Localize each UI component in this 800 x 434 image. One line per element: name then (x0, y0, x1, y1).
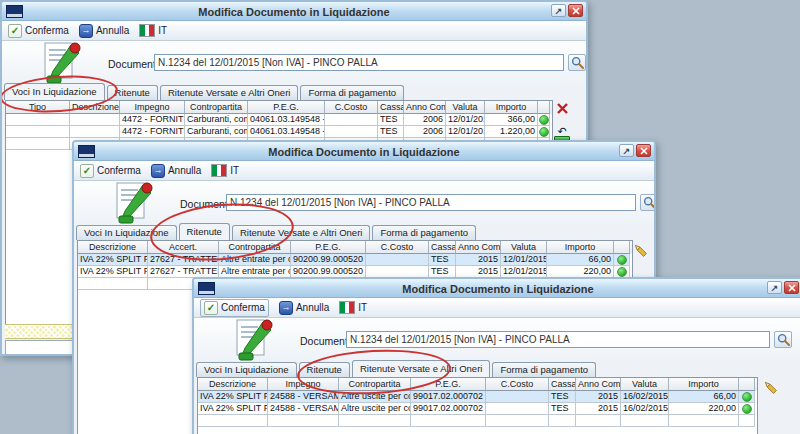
column-header: Descrizione (198, 378, 268, 391)
close-button[interactable] (784, 281, 799, 294)
conferma-button[interactable]: ✓Conferma (200, 299, 269, 317)
column-header: Cassa (429, 241, 456, 254)
delete-row-icon[interactable] (556, 101, 569, 119)
document-lookup-button[interactable] (774, 331, 792, 348)
table-cell: TES (549, 391, 576, 403)
column-header (538, 101, 550, 114)
table-cell (486, 391, 549, 403)
restore-button[interactable]: ↗ (767, 281, 782, 294)
annulla-button[interactable]: →Annulla (79, 24, 129, 38)
column-header: Importo (669, 378, 739, 391)
table-cell (6, 114, 70, 126)
column-header: Contropartita (219, 241, 291, 254)
conferma-button[interactable]: ✓Conferma (8, 24, 69, 38)
window-title: Modifica Documento in Liquidazione (268, 146, 459, 158)
restore-button[interactable]: ↗ (619, 144, 634, 157)
tab-voci-in-liquidazione[interactable]: Voci In Liquidazione (76, 225, 177, 240)
tab-forma-di-pagamento[interactable]: Forma di pagamento (300, 85, 404, 100)
status-ok-icon (617, 267, 627, 277)
restore-button[interactable]: ↗ (551, 4, 566, 17)
title-bar[interactable]: Modifica Documento in Liquidazione ↗ (2, 2, 586, 21)
table-cell (538, 126, 550, 138)
app-icon (78, 145, 95, 158)
table-cell: 16/02/2015 (621, 391, 669, 403)
close-button[interactable] (636, 144, 651, 157)
magnifier-icon (777, 333, 790, 346)
close-button[interactable] (568, 4, 583, 17)
document-field[interactable] (346, 331, 770, 348)
table-row[interactable]: IVA 22% SPLIT PAYM27627 - TRATTENUTAAltr… (78, 254, 632, 266)
document-lookup-button[interactable] (640, 194, 656, 211)
table-cell (325, 126, 378, 138)
toolbar: ✓Conferma →Annulla IT (194, 298, 800, 318)
column-header: Valuta (621, 378, 669, 391)
table-cell: TES (378, 114, 404, 126)
desktop: { "window_title": "Modifica Documento in… (0, 0, 800, 434)
tab-forma-di-pagamento[interactable]: Forma di pagamento (372, 225, 476, 240)
tab-forma-di-pagamento[interactable]: Forma di pagamento (492, 362, 596, 377)
column-header: C.Costo (366, 241, 429, 254)
column-header: C.Costo (486, 378, 549, 391)
table-cell (70, 126, 120, 138)
tab-voci-in-liquidazione[interactable]: Voci In Liquidazione (4, 83, 105, 100)
tab-ritenute[interactable]: Ritenute (299, 362, 350, 377)
status-ok-icon (617, 255, 627, 265)
table-row[interactable]: 4472 - FORNITURACarburanti, combus04061.… (6, 126, 552, 138)
table-row[interactable]: IVA 22% SPLIT PAYM24588 - VERSAMENTOAltr… (198, 391, 757, 403)
tab-ritenute-versate-e-altri-oneri[interactable]: Ritenute Versate e Altri Oneri (352, 360, 491, 377)
table-cell: Altre uscite per conto (339, 391, 411, 403)
annulla-button[interactable]: →Annulla (151, 164, 201, 178)
table-row[interactable] (198, 415, 757, 427)
column-header: Descrizione (70, 101, 120, 114)
tab-strip: Voci In LiquidazioneRitenuteRitenute Ver… (196, 361, 598, 377)
column-header: Contropartita (185, 101, 248, 114)
tab-ritenute-versate-e-altri-oneri[interactable]: Ritenute Versate e Altri Oneri (160, 85, 299, 100)
column-header: Cassa (378, 101, 404, 114)
table-cell: IVA 22% SPLIT PAYM (198, 391, 268, 403)
tab-ritenute-versate-e-altri-oneri[interactable]: Ritenute Versate e Altri Oneri (232, 225, 371, 240)
document-lookup-button[interactable] (568, 54, 586, 71)
table-cell: TES (549, 403, 576, 415)
language-selector[interactable]: IT (139, 24, 167, 37)
title-bar[interactable]: Modifica Documento in Liquidazione ↗ (74, 142, 654, 161)
conferma-button[interactable]: ✓Conferma (80, 164, 141, 178)
column-header: P.E.G. (248, 101, 325, 114)
language-selector[interactable]: IT (211, 164, 239, 177)
italy-flag-icon (339, 301, 355, 314)
annulla-button[interactable]: →Annulla (279, 301, 329, 315)
table-cell: 2006 (404, 114, 446, 126)
table-cell: 220,00 (669, 403, 739, 415)
tab-ritenute[interactable]: Ritenute (179, 223, 230, 240)
table-header-row: DescrizioneAccert.ContropartitaP.E.G.C.C… (78, 241, 632, 254)
app-icon (6, 5, 23, 18)
table-row[interactable]: 4472 - FORNITURACarburanti, combus04061.… (6, 114, 552, 126)
cancel-arrow-icon: → (151, 164, 165, 178)
table-row[interactable]: IVA 22% SPLIT PAYM24588 - VERSAMENTOAltr… (198, 403, 757, 415)
conferma-label: Conferma (221, 302, 265, 313)
title-bar[interactable]: Modifica Documento in Liquidazione ↗ (194, 279, 800, 298)
column-header: Anno Comp. (404, 101, 446, 114)
window-ritenute-versate: Modifica Documento in Liquidazione ↗ ✓Co… (192, 277, 800, 434)
italy-flag-icon (139, 24, 155, 37)
document-panel: Documento (194, 318, 800, 363)
column-header: Cassa (549, 378, 576, 391)
confirm-check-icon: ✓ (8, 24, 22, 38)
app-icon (198, 282, 215, 295)
magnifier-icon (571, 56, 584, 69)
table-cell (6, 138, 70, 150)
column-header (614, 241, 630, 254)
annulla-label: Annulla (96, 25, 129, 36)
language-selector[interactable]: IT (339, 301, 367, 314)
tab-voci-in-liquidazione[interactable]: Voci In Liquidazione (196, 362, 297, 377)
table-cell: 27627 - TRATTENUTA (148, 254, 219, 266)
edit-pencil-icon[interactable] (762, 379, 778, 399)
status-ok-icon (742, 404, 752, 414)
column-header: Accert. (148, 241, 219, 254)
document-field[interactable] (226, 194, 636, 211)
table-cell (614, 254, 630, 266)
document-field[interactable] (154, 54, 564, 71)
tab-ritenute[interactable]: Ritenute (107, 85, 158, 100)
table-cell: 366,00 (485, 114, 538, 126)
table-cell: Altre uscite per conto (339, 403, 411, 415)
edit-pencil-icon[interactable] (632, 242, 648, 262)
